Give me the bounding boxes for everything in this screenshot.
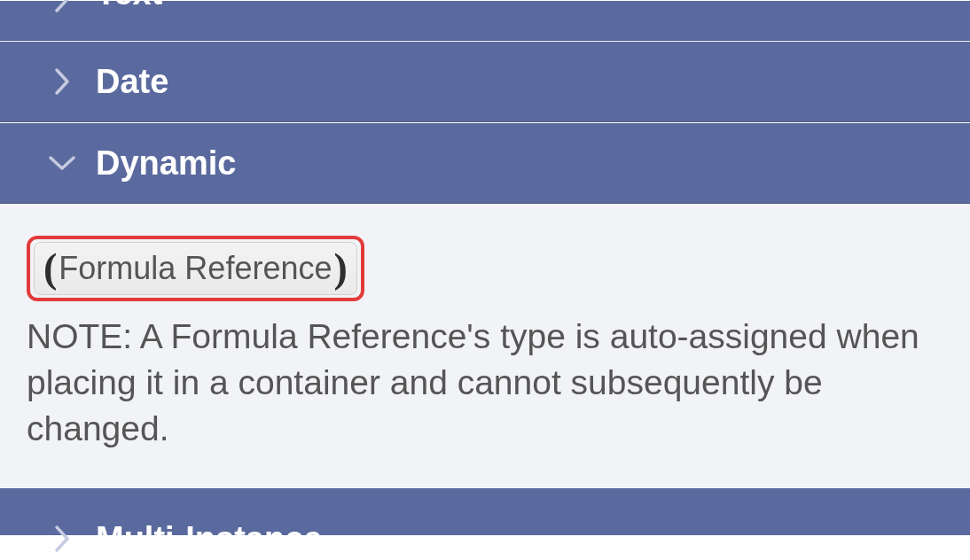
- section-date-label: Date: [96, 63, 168, 101]
- section-text-header[interactable]: Text: [0, 0, 970, 41]
- chevron-right-icon: [44, 0, 80, 17]
- section-dynamic-body: ( Formula Reference ) NOTE: A Formula Re…: [0, 204, 970, 487]
- chevron-right-icon: [44, 521, 80, 556]
- section-multi-instance-label: Multi-Instance: [96, 522, 322, 556]
- section-dynamic-header[interactable]: Dynamic: [0, 122, 970, 204]
- accordion: Text Date Dynamic ( Formula Reference ) …: [0, 0, 970, 535]
- section-date-header[interactable]: Date: [0, 41, 970, 122]
- formula-reference-pill[interactable]: ( Formula Reference ): [34, 242, 357, 295]
- formula-reference-label: Formula Reference: [57, 250, 333, 287]
- section-text-label: Text: [96, 0, 162, 10]
- formula-reference-note: NOTE: A Formula Reference's type is auto…: [27, 314, 943, 452]
- chevron-right-icon: [44, 64, 80, 99]
- paren-open-icon: (: [43, 248, 57, 289]
- section-dynamic-label: Dynamic: [96, 144, 236, 183]
- formula-reference-highlight: ( Formula Reference ): [27, 236, 364, 301]
- section-multi-instance-header[interactable]: Multi-Instance: [0, 487, 970, 535]
- formula-reference-row: ( Formula Reference ): [27, 236, 943, 301]
- chevron-down-icon: [44, 145, 80, 181]
- paren-close-icon: ): [333, 248, 347, 289]
